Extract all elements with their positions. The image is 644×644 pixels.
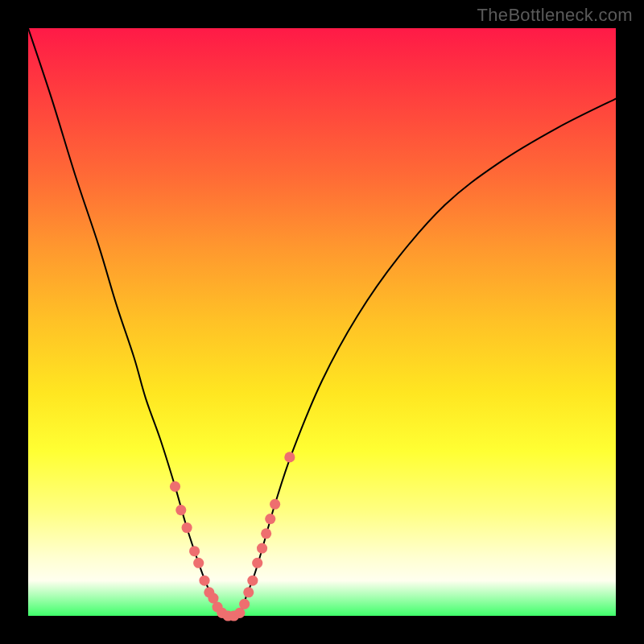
chart-frame: TheBottleneck.com — [0, 0, 644, 644]
data-marker — [239, 599, 250, 609]
data-marker — [265, 514, 275, 524]
data-marker — [252, 558, 262, 568]
data-marker — [257, 543, 267, 553]
watermark-text: TheBottleneck.com — [477, 5, 633, 26]
data-marker — [189, 546, 200, 556]
data-marker — [284, 452, 295, 462]
series-right-arm — [240, 99, 616, 616]
series-left-arm — [28, 28, 222, 616]
data-marker — [175, 505, 186, 515]
data-marker — [270, 499, 280, 510]
data-marker — [193, 558, 204, 568]
data-marker — [182, 522, 192, 533]
plot-area — [28, 28, 616, 616]
data-marker — [261, 528, 271, 539]
data-marker — [247, 576, 258, 586]
data-marker — [199, 576, 209, 586]
curve-svg — [28, 28, 616, 616]
curve-group — [28, 28, 616, 616]
data-marker — [243, 587, 254, 597]
data-marker — [170, 481, 180, 492]
marker-group — [170, 452, 295, 621]
